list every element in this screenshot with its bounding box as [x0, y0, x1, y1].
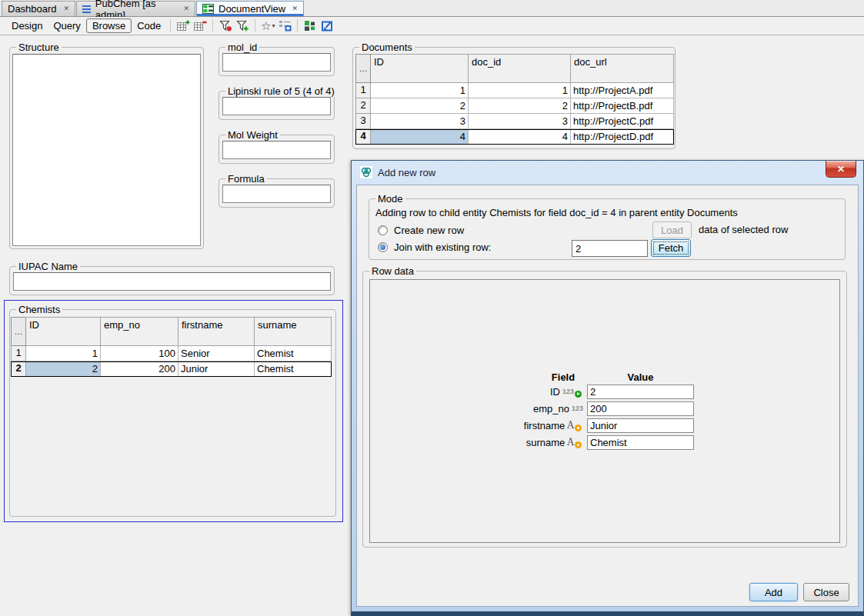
load-suffix-text: data of selected row — [699, 224, 788, 235]
structure-canvas[interactable] — [12, 54, 201, 246]
row-number[interactable]: 2 — [355, 98, 371, 114]
mol-id-field[interactable] — [222, 53, 331, 72]
mol-weight-field[interactable] — [222, 141, 331, 159]
table-row[interactable]: 1 1 100 Senior Chemist — [11, 346, 332, 361]
table-corner-button[interactable]: … — [11, 317, 26, 346]
table-cell[interactable]: Senior — [178, 346, 255, 361]
table-cell[interactable]: Chemist — [255, 346, 332, 361]
table-cell[interactable]: 2 — [26, 361, 101, 377]
structure-group: Structure — [9, 47, 204, 249]
row-number[interactable]: 1 — [11, 346, 26, 361]
row-number[interactable]: 1 — [355, 83, 371, 98]
table-cell[interactable]: 2 — [469, 98, 571, 114]
table-cell[interactable]: http://ProjectB.pdf — [571, 98, 674, 114]
table-row[interactable]: 2 2 2 http://ProjectB.pdf — [355, 98, 674, 114]
delete-row-icon[interactable] — [192, 19, 208, 33]
layout-icon[interactable] — [302, 19, 319, 33]
table-row-selected[interactable]: 2 2 200 Junior Chemist — [11, 361, 332, 377]
numeric-type-icon: 123 — [562, 388, 574, 395]
column-header[interactable]: firstname — [178, 317, 255, 346]
row-number[interactable]: 2 — [11, 361, 26, 377]
mode-description: Adding row to child entity Chemists for … — [375, 207, 738, 218]
tab-close-icon[interactable]: ✕ — [63, 5, 69, 12]
firstname-value-input[interactable] — [587, 418, 694, 433]
lipinski-group: Lipinski rule of 5 (4 of 4) — [219, 91, 335, 120]
table-cell[interactable]: http://ProjectC.pdf — [571, 114, 674, 129]
column-header[interactable]: ID — [26, 317, 101, 346]
tab-close-icon[interactable]: ✕ — [292, 5, 298, 12]
field-label-firstname: firstname A — [434, 418, 583, 433]
fetch-button[interactable]: Fetch — [651, 239, 691, 257]
row-data-label: Row data — [369, 265, 416, 277]
dialog-app-icon — [360, 166, 372, 178]
code-button[interactable]: Code — [132, 18, 166, 33]
close-button[interactable]: Close — [803, 583, 849, 601]
browse-button[interactable]: Browse — [86, 18, 132, 33]
mol-weight-group: Mol Weight — [219, 135, 335, 164]
join-existing-row-radio[interactable] — [378, 242, 388, 252]
iupac-name-field[interactable] — [13, 272, 331, 291]
column-header[interactable]: doc_id — [469, 54, 571, 83]
table-cell[interactable]: http://ProjectA.pdf — [571, 83, 674, 98]
edit-export-icon[interactable] — [319, 19, 335, 33]
table-cell[interactable]: 200 — [101, 361, 178, 377]
tab-close-icon[interactable]: ✕ — [183, 5, 189, 12]
table-cell[interactable]: 4 — [371, 129, 469, 145]
chemists-header-row: … ID emp_no firstname surname — [11, 317, 332, 346]
table-cell[interactable]: 3 — [371, 114, 469, 129]
table-row-selected[interactable]: 4 4 4 http://ProjectD.pdf — [355, 129, 674, 145]
tab-dashboard[interactable]: Dashboard ✕ — [2, 1, 75, 16]
table-corner-button[interactable]: … — [355, 54, 371, 83]
load-button[interactable]: Load — [652, 221, 692, 238]
tab-pubchem[interactable]: PubChem [as admin] ✕ — [76, 1, 195, 16]
table-cell[interactable]: 1 — [26, 346, 101, 361]
id-value-input[interactable] — [587, 385, 694, 399]
surname-value-input[interactable] — [587, 435, 694, 450]
table-cell[interactable]: Chemist — [255, 361, 332, 377]
dialog-close-button[interactable]: ✕ — [826, 161, 856, 178]
table-row[interactable]: 1 1 1 http://ProjectA.pdf — [355, 83, 674, 98]
table-cell[interactable]: 2 — [371, 98, 469, 114]
table-cell[interactable]: Junior — [178, 361, 255, 377]
filter-icon[interactable] — [217, 19, 234, 33]
documents-header-row: … ID doc_id doc_url — [355, 54, 674, 83]
table-cell[interactable]: 1 — [371, 83, 469, 98]
tab-bar: Dashboard ✕ PubChem [as admin] ✕ Documen… — [0, 0, 864, 17]
design-button[interactable]: Design — [6, 18, 48, 33]
table-row[interactable]: 3 3 3 http://ProjectC.pdf — [355, 114, 674, 129]
table-cell[interactable]: 1 — [469, 83, 571, 98]
table-cell[interactable]: 100 — [101, 346, 178, 361]
favorites-icon[interactable]: ☆ ▾ — [259, 19, 276, 33]
column-header[interactable]: ID — [371, 54, 469, 83]
table-cell[interactable]: 4 — [469, 129, 571, 145]
documents-table: … ID doc_id doc_url 1 1 1 http://Project… — [355, 54, 674, 145]
row-number[interactable]: 4 — [355, 129, 371, 145]
structure-label: Structure — [16, 42, 62, 53]
table-cell[interactable]: 3 — [469, 114, 571, 129]
formula-field[interactable] — [222, 185, 331, 203]
string-type-icon: A — [567, 437, 574, 448]
column-settings-icon[interactable] — [276, 19, 293, 33]
create-new-row-radio[interactable] — [378, 225, 388, 235]
dialog-title: Add new row — [378, 167, 435, 178]
dropdown-caret-icon: ▾ — [272, 22, 275, 29]
add-button[interactable]: Add — [749, 583, 798, 601]
add-filter-icon[interactable] — [234, 19, 251, 33]
column-header[interactable]: surname — [255, 317, 332, 346]
lipinski-field[interactable] — [222, 97, 331, 115]
iupac-name-label: IUPAC Name — [16, 261, 80, 272]
table-cell[interactable]: http://ProjectD.pdf — [571, 129, 674, 145]
column-header[interactable]: doc_url — [571, 54, 674, 83]
toolbar-separator — [297, 19, 298, 32]
tab-documentview[interactable]: DocumentView ✕ — [196, 1, 304, 16]
add-row-icon[interactable] — [175, 19, 192, 33]
field-name: surname — [526, 437, 565, 448]
join-row-id-input[interactable] — [572, 240, 648, 257]
field-name: emp_no — [533, 403, 569, 415]
menu-icon — [82, 5, 91, 13]
column-header[interactable]: emp_no — [101, 317, 178, 346]
emp-no-value-input[interactable] — [587, 401, 694, 416]
query-button[interactable]: Query — [48, 18, 85, 33]
row-number[interactable]: 3 — [355, 114, 371, 129]
tab-label: DocumentView — [219, 3, 285, 15]
